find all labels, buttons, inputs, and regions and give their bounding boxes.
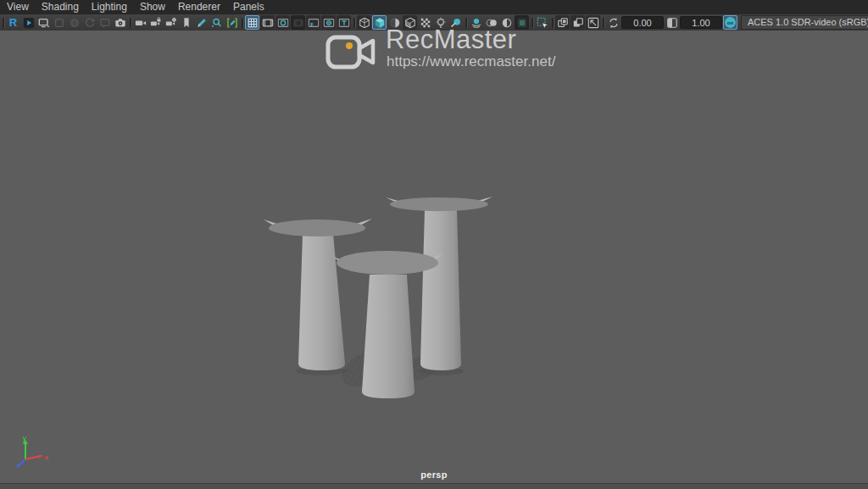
toolbar-separator	[530, 17, 534, 28]
menu-show[interactable]: Show	[140, 0, 165, 14]
menu-view[interactable]: View	[7, 0, 29, 14]
xray-button[interactable]	[555, 15, 570, 30]
play-button[interactable]	[21, 15, 36, 30]
stool-left[interactable]	[264, 219, 372, 370]
shadows-button[interactable]	[448, 15, 463, 30]
shaded-display-button[interactable]	[372, 15, 387, 30]
toolbar-separator	[464, 17, 468, 28]
globe-icon	[67, 15, 81, 30]
perspective-viewport[interactable]: RecMaster https://www.recmaster.net/ y x…	[0, 31, 868, 483]
y-axis-label: y	[22, 434, 27, 442]
menu-renderer[interactable]: Renderer	[178, 0, 220, 14]
display-output-icon[interactable]	[36, 15, 51, 30]
x-axis-label: x	[44, 453, 49, 462]
refresh-icon	[82, 15, 97, 30]
view-axis-gizmo: y x	[10, 434, 51, 475]
toolbar-separator	[550, 17, 554, 28]
panel-menu-bar: View Shading Lighting Show Renderer Pane…	[0, 0, 868, 14]
safe-action-button[interactable]	[321, 15, 336, 30]
toolbar-separator	[1, 17, 5, 28]
toolbar-separator	[601, 17, 605, 28]
exposure-input[interactable]	[621, 16, 664, 29]
colorspace-selector[interactable]: ACES 1.0 SDR-video (sRGB)	[741, 15, 868, 30]
pan-zoom-2d-button[interactable]	[209, 15, 224, 30]
gate-mask-button[interactable]	[291, 15, 305, 30]
color-management-toggle[interactable]: on	[723, 15, 737, 30]
ambient-occlusion-button[interactable]	[469, 15, 483, 30]
scene-stool-objects[interactable]	[0, 31, 868, 483]
lock-camera-button[interactable]	[148, 15, 163, 30]
window-bottom-strip	[0, 483, 868, 489]
render-image-button[interactable]	[586, 15, 600, 30]
wireframe-display-button[interactable]	[357, 15, 371, 30]
safe-title-button[interactable]	[337, 15, 351, 30]
exposure-icon[interactable]	[606, 15, 620, 30]
snapshot-camera-button[interactable]	[113, 15, 127, 30]
toolbar-separator	[128, 17, 132, 28]
menu-lighting[interactable]: Lighting	[92, 0, 127, 14]
panel-toolbar: R on ACES 1.0 SDR-video (sRGB)	[0, 14, 868, 31]
resolution-gate-button[interactable]	[275, 15, 290, 30]
camera-name-label: persp	[0, 470, 868, 480]
menu-shading[interactable]: Shading	[42, 0, 79, 14]
motion-blur-button[interactable]	[484, 15, 498, 30]
comment-icon	[97, 15, 112, 30]
x-axis-arrow	[39, 455, 44, 458]
frame-icon	[52, 15, 66, 30]
film-gate-button[interactable]	[260, 15, 275, 30]
select-camera-button[interactable]	[133, 15, 147, 30]
grease-pencil-button[interactable]	[225, 15, 239, 30]
selection-highlighting-button[interactable]	[535, 15, 549, 30]
textured-display-button[interactable]	[387, 15, 402, 30]
bookmarks-button[interactable]	[179, 15, 193, 30]
image-plane-button[interactable]	[194, 15, 209, 30]
camera-attributes-button[interactable]	[164, 15, 178, 30]
toolbar-separator	[352, 17, 356, 28]
grid-toggle-button[interactable]	[245, 15, 259, 30]
depth-of-field-button[interactable]	[499, 15, 514, 30]
isolate-select-button[interactable]	[515, 15, 529, 30]
toolbar-separator	[240, 17, 244, 28]
gamma-input[interactable]	[680, 16, 722, 29]
xray-joints-button[interactable]	[570, 15, 585, 30]
wireframe-on-shaded-button[interactable]	[403, 15, 417, 30]
field-chart-button[interactable]	[306, 15, 320, 30]
lights-button[interactable]	[433, 15, 448, 30]
default-material-button[interactable]	[418, 15, 432, 30]
contrast-icon[interactable]	[665, 15, 679, 30]
menu-panels[interactable]: Panels	[233, 0, 264, 14]
recmaster-logo-icon: R	[6, 15, 20, 30]
